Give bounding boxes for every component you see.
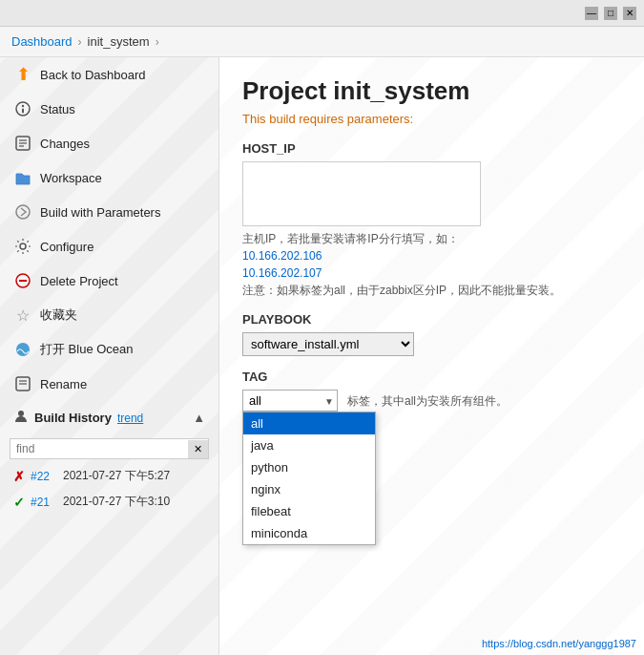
tag-hint: 标签，其中all为安装所有组件。 xyxy=(347,393,508,410)
sidebar-label-status: Status xyxy=(40,102,75,116)
tag-option-nginx-item[interactable]: nginx xyxy=(243,478,375,500)
svg-point-1 xyxy=(22,105,24,107)
build-21-status-icon: ✓ xyxy=(13,495,25,510)
tag-label: TAG xyxy=(242,370,621,384)
build-item-22[interactable]: ✗ #22 2021-07-27 下午5:27 xyxy=(0,463,218,489)
sidebar-label-changes: Changes xyxy=(40,137,90,151)
sidebar-label-back: Back to Dashboard xyxy=(40,68,146,82)
build-search-input[interactable] xyxy=(10,439,188,458)
delete-icon xyxy=(13,271,32,290)
svg-rect-2 xyxy=(22,109,24,114)
sidebar-label-rename: Rename xyxy=(40,377,87,391)
breadcrumb-sep1: › xyxy=(78,35,82,49)
sidebar-item-configure[interactable]: Configure xyxy=(0,229,218,264)
sidebar-item-status[interactable]: Status xyxy=(0,92,218,126)
sidebar-item-blue-ocean[interactable]: 打开 Blue Ocean xyxy=(0,332,218,367)
sidebar-label-workspace: Workspace xyxy=(40,171,102,185)
build-params-notice: This build requires parameters: xyxy=(242,112,621,126)
breadcrumb-sep2: › xyxy=(156,35,159,49)
tag-option-filebeat-item[interactable]: filebeat xyxy=(243,500,375,522)
sidebar: ⬆ Back to Dashboard Status Changes xyxy=(0,57,219,655)
hint-line3: 10.166.202.107 xyxy=(242,264,621,282)
close-button[interactable]: ✕ xyxy=(623,7,636,20)
sidebar-item-favorites[interactable]: ☆ 收藏夹 xyxy=(0,298,218,332)
hint-line2: 10.166.202.106 xyxy=(242,247,621,264)
tag-option-java-item[interactable]: java xyxy=(243,434,375,456)
build-item-21[interactable]: ✓ #21 2021-07-27 下午3:10 xyxy=(0,489,218,515)
back-icon: ⬆ xyxy=(13,65,32,84)
tag-select[interactable]: all xyxy=(242,390,338,412)
svg-point-15 xyxy=(18,411,24,416)
sidebar-label-delete: Delete Project xyxy=(40,274,118,288)
collapse-button[interactable]: ▲ xyxy=(193,411,205,425)
favorites-icon: ☆ xyxy=(13,306,32,325)
sidebar-item-build-params[interactable]: Build with Parameters xyxy=(0,195,218,229)
build-history-header: Build History trend ▲ xyxy=(0,401,218,434)
build-history-label: Build History xyxy=(34,411,112,425)
svg-point-8 xyxy=(20,243,26,249)
sidebar-item-changes[interactable]: Changes xyxy=(0,126,218,160)
host-ip-input[interactable] xyxy=(242,161,481,226)
playbook-select[interactable]: software_install.yml xyxy=(242,332,414,356)
sidebar-label-configure: Configure xyxy=(40,240,93,254)
build-icon xyxy=(13,202,32,222)
workspace-icon xyxy=(13,168,32,187)
sidebar-item-delete[interactable]: Delete Project xyxy=(0,264,218,298)
minimize-button[interactable]: — xyxy=(585,7,598,20)
breadcrumb: Dashboard › init_system › xyxy=(0,27,644,57)
sidebar-item-workspace[interactable]: Workspace xyxy=(0,160,218,195)
rename-icon xyxy=(13,374,32,393)
footer-link[interactable]: https://blog.csdn.net/yanggg1987 xyxy=(482,638,636,649)
changes-icon xyxy=(13,134,32,153)
titlebar: — □ ✕ xyxy=(0,0,644,27)
playbook-label: PLAYBOOK xyxy=(242,312,621,327)
svg-point-7 xyxy=(16,205,30,219)
sidebar-label-build-params: Build with Parameters xyxy=(40,205,160,220)
configure-icon xyxy=(13,237,32,256)
build-22-date: 2021-07-27 下午5:27 xyxy=(63,468,170,484)
content-area: Project init_system This build requires … xyxy=(219,57,644,655)
person-icon xyxy=(13,409,29,427)
tag-option-python-item[interactable]: python xyxy=(243,456,375,478)
project-title: Project init_system xyxy=(242,76,621,106)
tag-dropdown: all java python nginx filebeat miniconda xyxy=(242,412,376,545)
sidebar-label-favorites: 收藏夹 xyxy=(40,306,77,324)
breadcrumb-dashboard[interactable]: Dashboard xyxy=(11,34,73,49)
trend-link[interactable]: trend xyxy=(117,412,143,425)
build-21-num: #21 xyxy=(31,496,57,509)
build-search-bar: ✕ xyxy=(10,438,209,459)
host-ip-hint: 主机IP，若批量安装请将IP分行填写，如： 10.166.202.106 10.… xyxy=(242,230,621,299)
host-ip-label: HOST_IP xyxy=(242,141,621,156)
build-search-clear[interactable]: ✕ xyxy=(188,440,208,458)
build-21-date: 2021-07-27 下午3:10 xyxy=(63,494,170,510)
maximize-button[interactable]: □ xyxy=(604,7,617,20)
status-icon xyxy=(13,99,32,118)
hint-line4: 注意：如果标签为all，由于zabbix区分IP，因此不能批量安装。 xyxy=(242,282,621,299)
blue-ocean-icon xyxy=(13,340,32,359)
breadcrumb-current: init_system xyxy=(88,34,150,49)
hint-line1: 主机IP，若批量安装请将IP分行填写，如： xyxy=(242,230,621,247)
sidebar-item-back-dashboard[interactable]: ⬆ Back to Dashboard xyxy=(0,57,218,92)
tag-select-wrapper: all ▼ all java python nginx filebeat min… xyxy=(242,390,338,412)
tag-option-all-item[interactable]: all xyxy=(243,412,375,434)
build-22-num: #22 xyxy=(31,470,57,483)
tag-option-miniconda-item[interactable]: miniconda xyxy=(243,522,375,544)
build-22-status-icon: ✗ xyxy=(13,469,25,484)
sidebar-item-rename[interactable]: Rename xyxy=(0,367,218,401)
sidebar-label-blue-ocean: 打开 Blue Ocean xyxy=(40,341,134,358)
